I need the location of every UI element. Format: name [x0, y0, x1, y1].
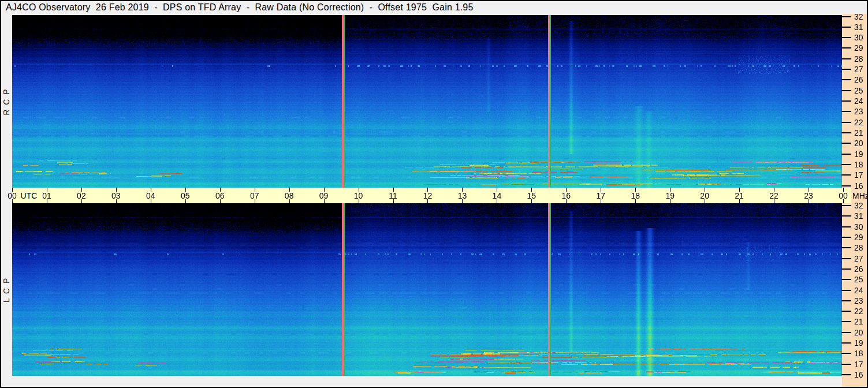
freq-tick — [841, 90, 851, 91]
freq-tick — [841, 321, 851, 322]
freq-tick-label: 26 — [854, 75, 863, 84]
freq-tick — [841, 226, 851, 227]
freq-tick-label: 27 — [854, 65, 863, 74]
freq-tick-label: 24 — [854, 286, 863, 295]
freq-tick — [841, 332, 851, 333]
freq-tick — [841, 164, 851, 165]
freq-tick-label: 32 — [854, 12, 863, 21]
freq-tick — [841, 132, 851, 133]
freq-tick — [841, 100, 851, 102]
freq-tick-label: 24 — [854, 96, 863, 106]
freq-tick — [841, 247, 851, 248]
freq-tick-label: 30 — [854, 33, 863, 42]
freq-tick — [841, 342, 851, 344]
time-tick-label: 09 — [319, 191, 329, 200]
freq-tick-label: 26 — [854, 264, 863, 274]
time-tick-label: 19 — [665, 191, 675, 200]
freq-tick — [841, 374, 851, 375]
freq-tick — [841, 237, 851, 238]
freq-tick-label: 19 — [854, 338, 863, 348]
freq-tick — [841, 311, 851, 312]
time-tick-label: 18 — [631, 191, 640, 200]
freq-tick-label: 17 — [854, 360, 863, 369]
time-axis: UTC 000102030405060708091011121314151617… — [12, 188, 851, 203]
freq-tick-label: 32 — [854, 201, 863, 210]
time-tick-label: 04 — [146, 191, 155, 200]
time-tick-label: 05 — [181, 191, 190, 200]
time-tick-label: 08 — [285, 191, 294, 200]
freq-tick — [841, 364, 851, 365]
freq-tick — [841, 111, 851, 112]
freq-tick-label: 31 — [854, 23, 863, 32]
freq-tick — [841, 290, 851, 291]
freq-tick-label: 20 — [854, 328, 863, 337]
freq-tick-label: 31 — [854, 211, 863, 221]
spectrogram-lcp — [12, 203, 842, 376]
utc-unit-label: UTC — [21, 191, 38, 200]
time-tick-label: 20 — [700, 191, 709, 200]
time-tick-label: 07 — [250, 191, 259, 200]
freq-tick — [841, 69, 851, 70]
freq-tick-label: 16 — [854, 181, 863, 191]
time-tick-label: 03 — [111, 191, 121, 200]
freq-tick-label: 30 — [854, 222, 863, 232]
time-tick-label: 00 — [8, 191, 17, 200]
freq-tick-label: 28 — [854, 243, 863, 252]
freq-tick-label: 22 — [854, 118, 863, 127]
freq-tick — [841, 174, 851, 176]
time-tick-label: 21 — [735, 191, 744, 200]
rcp-label-text: R C P — [2, 88, 11, 115]
freq-tick — [841, 279, 851, 280]
freq-tick-label: 21 — [854, 128, 863, 137]
spectrogram-rcp — [12, 15, 842, 188]
time-tick-label: 17 — [596, 191, 605, 200]
freq-tick — [841, 300, 851, 301]
freq-tick — [841, 27, 851, 28]
time-tick-label: 22 — [769, 191, 778, 200]
freq-tick — [841, 122, 851, 123]
freq-tick-label: 25 — [854, 275, 863, 284]
freq-tick-label: 25 — [854, 86, 863, 95]
spectrogram-window: AJ4CO Observatory 26 Feb 2019 - DPS on T… — [0, 0, 868, 388]
title-bar: AJ4CO Observatory 26 Feb 2019 - DPS on T… — [6, 2, 474, 13]
freq-tick-label: 20 — [854, 139, 863, 148]
time-tick-label: 13 — [458, 191, 467, 200]
freq-tick-label: 16 — [854, 370, 863, 379]
freq-tick — [841, 353, 851, 354]
freq-tick-label: 19 — [854, 150, 863, 159]
freq-tick-label: 17 — [854, 170, 863, 180]
freq-tick-label: 21 — [854, 317, 863, 326]
freq-tick — [841, 154, 851, 155]
freq-tick — [841, 143, 851, 144]
freq-tick — [841, 215, 851, 217]
freq-tick — [841, 47, 851, 48]
freq-tick-label: 27 — [854, 254, 863, 263]
freq-tick — [841, 79, 851, 80]
freq-tick-label: 29 — [854, 233, 863, 242]
time-tick-label: 02 — [77, 191, 86, 200]
freq-tick-label: 18 — [854, 349, 863, 358]
time-tick-label: 01 — [42, 191, 51, 200]
time-tick-label: 10 — [354, 191, 363, 200]
freq-tick — [841, 37, 851, 38]
time-tick-label: 23 — [804, 191, 813, 200]
time-tick-label: 06 — [215, 191, 225, 200]
freq-tick — [841, 258, 851, 259]
freq-tick-label: 23 — [854, 107, 863, 116]
freq-tick-label: 18 — [854, 160, 863, 169]
freq-tick — [841, 185, 851, 186]
freq-tick — [841, 16, 851, 17]
freq-tick-label: 29 — [854, 43, 863, 53]
time-tick-label: 15 — [527, 191, 537, 200]
mhz-unit-label: MHz — [852, 191, 868, 200]
time-tick-label: 00 — [839, 191, 848, 200]
lcp-label-text: L C P — [2, 277, 11, 303]
freq-tick — [841, 268, 851, 270]
time-tick-label: 11 — [389, 191, 397, 200]
polarization-label-lcp: L C P — [1, 203, 12, 376]
freq-tick-label: 23 — [854, 296, 863, 305]
freq-tick — [841, 58, 851, 59]
time-tick-label: 12 — [423, 191, 433, 200]
time-tick-label: 16 — [562, 191, 571, 200]
freq-tick-label: 28 — [854, 54, 863, 64]
